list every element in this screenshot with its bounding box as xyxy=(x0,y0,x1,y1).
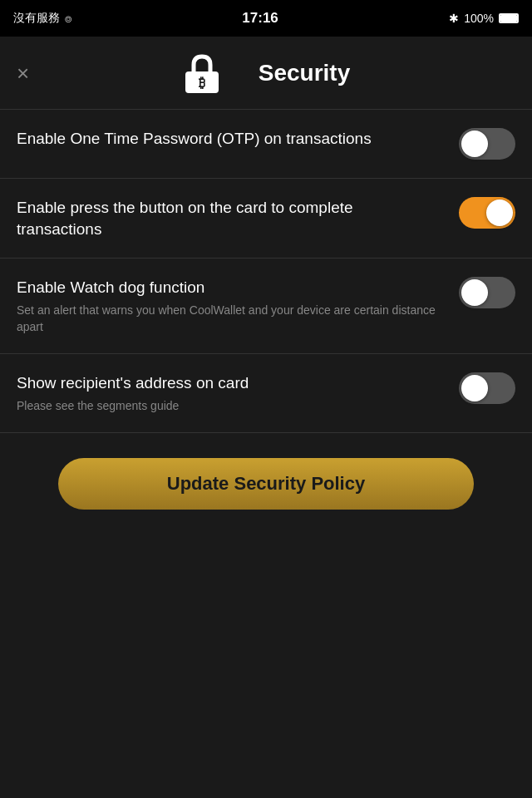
row-label-watchdog: Enable Watch dog function xyxy=(17,277,442,298)
nav-bar: × ₿ Security xyxy=(0,37,532,110)
toggle-thumb-watchdog xyxy=(461,279,488,306)
settings-list: Enable One Time Password (OTP) on transa… xyxy=(0,110,532,433)
status-bar: 沒有服務 ⌾ 17:16 ✱ 100% xyxy=(0,0,532,37)
toggle-watchdog[interactable] xyxy=(459,277,515,308)
row-label-button-press: Enable press the button on the card to c… xyxy=(17,197,442,239)
row-sublabel-watchdog: Set an alert that warns you when CoolWal… xyxy=(17,303,442,335)
settings-row-recipient-address: Show recipient's address on cardPlease s… xyxy=(0,354,532,433)
battery-icon xyxy=(499,13,519,23)
status-left: 沒有服務 ⌾ xyxy=(13,11,71,26)
row-label-recipient-address: Show recipient's address on card xyxy=(17,372,442,394)
toggle-recipient-address[interactable] xyxy=(459,372,515,404)
toggle-thumb-button-press xyxy=(486,200,513,226)
row-content-otp: Enable One Time Password (OTP) on transa… xyxy=(17,128,459,150)
status-time: 17:16 xyxy=(242,10,278,27)
nav-content: ₿ Security xyxy=(182,52,351,95)
bluetooth-icon: ✱ xyxy=(449,12,459,25)
app-logo-icon: ₿ xyxy=(182,52,222,95)
row-content-recipient-address: Show recipient's address on cardPlease s… xyxy=(17,372,459,414)
update-security-policy-button[interactable]: Update Security Policy xyxy=(58,458,474,510)
toggle-thumb-recipient-address xyxy=(461,375,488,401)
page-title: Security xyxy=(259,60,351,86)
row-content-watchdog: Enable Watch dog functionSet an alert th… xyxy=(17,277,459,335)
update-button-area: Update Security Policy xyxy=(0,433,532,534)
toggle-otp[interactable] xyxy=(459,128,515,160)
toggle-thumb-otp xyxy=(461,131,488,157)
toggle-button-press[interactable] xyxy=(459,197,515,229)
carrier-label: 沒有服務 xyxy=(13,11,60,26)
svg-text:₿: ₿ xyxy=(199,76,205,90)
settings-row-watchdog: Enable Watch dog functionSet an alert th… xyxy=(0,259,532,354)
row-label-otp: Enable One Time Password (OTP) on transa… xyxy=(17,128,442,150)
wifi-icon: ⌾ xyxy=(65,12,71,25)
settings-row-button-press: Enable press the button on the card to c… xyxy=(0,179,532,259)
settings-row-otp: Enable One Time Password (OTP) on transa… xyxy=(0,110,532,179)
close-button[interactable]: × xyxy=(17,62,29,84)
battery-label: 100% xyxy=(464,12,494,25)
row-sublabel-recipient-address: Please see the segments guide xyxy=(17,398,442,415)
status-right: ✱ 100% xyxy=(449,12,519,25)
row-content-button-press: Enable press the button on the card to c… xyxy=(17,197,459,239)
